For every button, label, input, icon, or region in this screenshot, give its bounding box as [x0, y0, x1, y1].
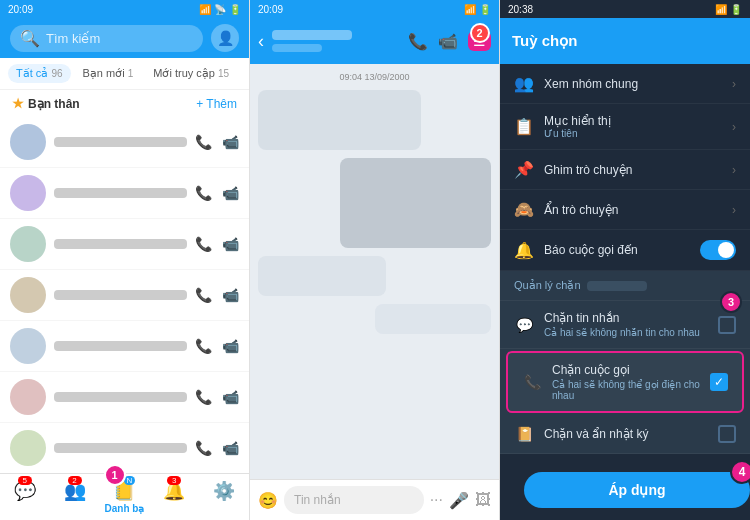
- chat-status: [272, 44, 322, 52]
- call-icon[interactable]: 📞: [195, 440, 212, 456]
- option-hide[interactable]: 🙈 Ẩn trò chuyện ›: [500, 190, 750, 230]
- video-icon[interactable]: 📹: [222, 389, 239, 405]
- block-messages-item[interactable]: 💬 Chặn tin nhắn Cả hai sẽ không nhắn tin…: [500, 301, 750, 349]
- chevron-right-icon: ›: [732, 120, 736, 134]
- chat-title: [272, 30, 400, 52]
- back-button[interactable]: ‹: [258, 31, 264, 52]
- bottom-nav: 💬 5 👥 2 📒 Danh bạ N 1 🔔 3 ⚙️: [0, 473, 249, 520]
- chevron-right-icon: ›: [732, 77, 736, 91]
- list-item[interactable]: 📞 📹: [0, 423, 249, 473]
- avatar: [10, 277, 46, 313]
- call-icon[interactable]: 📞: [195, 185, 212, 201]
- contact-name: [54, 290, 187, 300]
- video-call-icon[interactable]: 📹: [438, 32, 458, 51]
- nav-notifications[interactable]: 🔔 3: [149, 474, 199, 520]
- option-text: Mục hiển thị Ưu tiên: [544, 114, 722, 139]
- video-icon[interactable]: 📹: [222, 440, 239, 456]
- pin-icon: 📌: [514, 160, 534, 179]
- call-icon[interactable]: 📞: [195, 134, 212, 150]
- video-icon[interactable]: 📹: [222, 134, 239, 150]
- video-icon[interactable]: 📹: [222, 236, 239, 252]
- option-mutual-groups[interactable]: 👥 Xem nhóm chung ›: [500, 64, 750, 104]
- call-alert-toggle[interactable]: [700, 240, 736, 260]
- call-icon[interactable]: 📞: [195, 338, 212, 354]
- chevron-right-icon: ›: [732, 203, 736, 217]
- image-icon[interactable]: 🖼: [475, 491, 491, 509]
- tab-all[interactable]: Tất cả 96: [8, 64, 71, 83]
- voice-call-icon[interactable]: 📞: [408, 32, 428, 51]
- video-icon[interactable]: 📹: [222, 338, 239, 354]
- nav-messages[interactable]: 💬 5: [0, 474, 50, 520]
- tab-new-friends[interactable]: Bạn mới 1: [75, 64, 142, 83]
- block-hide-log-item[interactable]: 📔 Chặn và ẩn nhật ký: [500, 415, 750, 454]
- list-item[interactable]: 📞 📹: [0, 321, 249, 372]
- tab-recent[interactable]: Mới truy cập 15: [145, 64, 237, 83]
- emoji-icon[interactable]: 😊: [258, 491, 278, 510]
- option-text: Xem nhóm chung: [544, 77, 722, 91]
- avatar: [10, 226, 46, 262]
- block-calls-checkbox[interactable]: ✓: [710, 373, 728, 391]
- options-title: Tuỳ chọn: [512, 32, 577, 50]
- step3-badge: 3: [720, 291, 742, 313]
- step1-badge: 1: [104, 464, 126, 486]
- step4-badge: 4: [730, 460, 750, 484]
- message-bubble-3: [375, 304, 492, 334]
- chat-body: 09:04 13/09/2000: [250, 64, 499, 479]
- block-calls-item[interactable]: 📞 Chặn cuộc gọi Cả hai sẽ không thể gọi …: [506, 351, 744, 413]
- status-bar-3: 20:38 📶 🔋: [500, 0, 750, 18]
- status-icons-1: 📶 📡 🔋: [199, 4, 241, 15]
- block-hide-log-checkbox[interactable]: [718, 425, 736, 443]
- message-image: [340, 158, 491, 248]
- add-more-btn[interactable]: + Thêm: [196, 97, 237, 111]
- options-panel: 20:38 📶 🔋 Tuỳ chọn 👥 Xem nhóm chung › 📋 …: [500, 0, 750, 520]
- list-item[interactable]: 📞 📹: [0, 117, 249, 168]
- avatar: [10, 328, 46, 364]
- video-icon[interactable]: 📹: [222, 185, 239, 201]
- time-2: 20:09: [258, 4, 283, 15]
- avatar: [10, 430, 46, 466]
- list-item[interactable]: 📞 📹: [0, 270, 249, 321]
- display-icon: 📋: [514, 117, 534, 136]
- call-icon[interactable]: 📞: [195, 287, 212, 303]
- contact-name: [54, 341, 187, 351]
- nav-groups[interactable]: 👥 2: [50, 474, 100, 520]
- block-section: Quản lý chặn 💬 Chặn tin nhắn Cả hai sẽ k…: [500, 271, 750, 454]
- time-1: 20:09: [8, 4, 33, 15]
- block-message-text: Chặn tin nhắn Cả hai sẽ không nhắn tin c…: [544, 311, 708, 338]
- list-item[interactable]: 📞 📹: [0, 168, 249, 219]
- input-placeholder: Tin nhắn: [294, 493, 341, 507]
- nav-contacts-label: Danh bạ: [105, 503, 145, 514]
- nav-contacts[interactable]: 📒 Danh bạ N 1: [100, 474, 150, 520]
- call-icon[interactable]: 📞: [195, 236, 212, 252]
- block-calls-text: Chặn cuộc gọi Cả hai sẽ không thể gọi đi…: [552, 363, 700, 401]
- block-messages-checkbox[interactable]: [718, 316, 736, 334]
- message-input[interactable]: Tin nhắn: [284, 486, 424, 514]
- call-icon[interactable]: 📞: [195, 389, 212, 405]
- microphone-icon[interactable]: 🎤: [449, 491, 469, 510]
- option-display[interactable]: 📋 Mục hiển thị Ưu tiên ›: [500, 104, 750, 150]
- option-call-alert[interactable]: 🔔 Báo cuộc gọi đến: [500, 230, 750, 271]
- avatar: [10, 175, 46, 211]
- block-section-header: Quản lý chặn: [500, 271, 750, 301]
- block-hide-log-icon: 📔: [514, 426, 534, 442]
- section-header: ★ Bạn thân + Thêm: [0, 90, 249, 117]
- more-options-icon[interactable]: ···: [430, 491, 443, 509]
- video-icon[interactable]: 📹: [222, 287, 239, 303]
- message-bubble: [258, 90, 421, 150]
- search-input-wrap[interactable]: 🔍 Tìm kiếm: [10, 25, 203, 52]
- list-item[interactable]: 📞 📹: [0, 219, 249, 270]
- contact-name: [54, 239, 187, 249]
- chat-panel: 20:09 📶 🔋 ‹ 📞 📹 ☰ 2 09:04 13/09/2000 😊 T…: [250, 0, 500, 520]
- contact-name: [54, 443, 187, 453]
- add-friend-icon[interactable]: 👤: [211, 24, 239, 52]
- contacts-panel: 20:09 📶 📡 🔋 🔍 Tìm kiếm 👤 Tất cả 96 Bạn m…: [0, 0, 250, 520]
- apply-button[interactable]: Áp dụng 4: [524, 472, 750, 508]
- nav-settings[interactable]: ⚙️: [199, 474, 249, 520]
- hide-icon: 🙈: [514, 200, 534, 219]
- message-time: 09:04 13/09/2000: [258, 72, 491, 82]
- status-bar-2: 20:09 📶 🔋: [250, 0, 499, 18]
- list-item[interactable]: 📞 📹: [0, 372, 249, 423]
- options-body: 👥 Xem nhóm chung › 📋 Mục hiển thị Ưu tiê…: [500, 64, 750, 520]
- option-pin[interactable]: 📌 Ghim trò chuyện ›: [500, 150, 750, 190]
- menu-button[interactable]: ☰ 2: [468, 31, 491, 51]
